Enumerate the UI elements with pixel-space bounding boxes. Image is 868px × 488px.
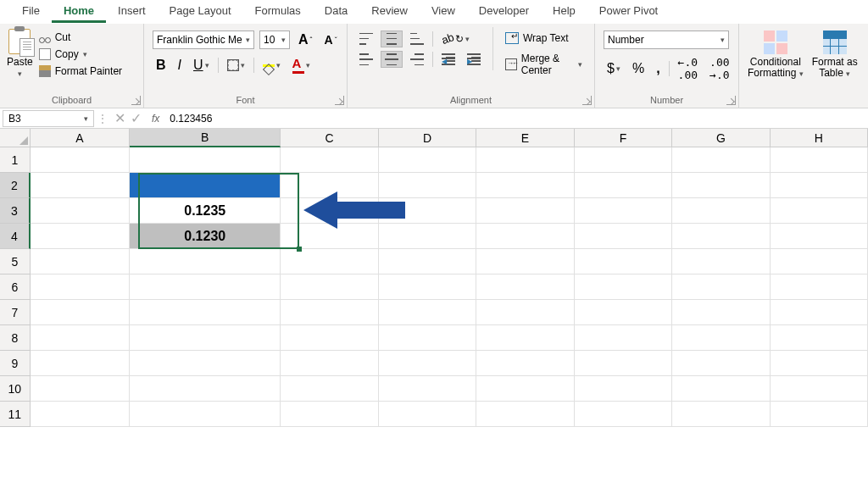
cell-D9[interactable] xyxy=(379,351,476,376)
cell-A8[interactable] xyxy=(31,325,130,351)
col-header-C[interactable]: C xyxy=(281,129,378,147)
cell-A7[interactable] xyxy=(31,300,130,325)
chevron-down-icon[interactable]: ▾ xyxy=(83,50,87,58)
bold-button[interactable]: B xyxy=(153,56,170,75)
cell-A9[interactable] xyxy=(31,351,130,376)
cell-G11[interactable] xyxy=(672,402,770,427)
tab-help[interactable]: Help xyxy=(541,0,587,23)
merge-center-button[interactable]: Merge & Center▾ xyxy=(502,51,586,78)
cell-C9[interactable] xyxy=(281,351,378,376)
tab-review[interactable]: Review xyxy=(359,0,420,23)
row-header-1[interactable]: 1 xyxy=(0,147,31,173)
cell-F7[interactable] xyxy=(575,300,672,325)
cancel-icon[interactable]: ✕ xyxy=(114,110,125,126)
font-size-combo[interactable]: 10▾ xyxy=(259,30,290,49)
cell-H10[interactable] xyxy=(771,376,868,402)
cell-B6[interactable] xyxy=(130,274,281,300)
cell-B8[interactable] xyxy=(130,325,281,351)
cell-F5[interactable] xyxy=(575,249,672,274)
align-bottom-button[interactable] xyxy=(407,31,427,47)
cell-A10[interactable] xyxy=(31,376,130,402)
cell-G9[interactable] xyxy=(672,351,770,376)
chevron-down-icon[interactable]: ▾ xyxy=(241,61,245,69)
accounting-format-button[interactable]: $▾ xyxy=(604,59,624,78)
fx-icon[interactable]: fx xyxy=(145,113,166,125)
font-color-button[interactable]: A▾ xyxy=(289,54,314,75)
col-header-E[interactable]: E xyxy=(476,129,574,147)
cell-H4[interactable] xyxy=(771,224,868,249)
copy-button[interactable]: Copy▾ xyxy=(36,47,125,61)
orientation-button[interactable]: ab↻▾ xyxy=(438,30,473,47)
tab-formulas[interactable]: Formulas xyxy=(243,0,313,23)
cell-B5[interactable] xyxy=(130,249,281,274)
cell-C8[interactable] xyxy=(281,325,378,351)
cell-D7[interactable] xyxy=(379,300,476,325)
cell-B4[interactable]: 0.1230 xyxy=(130,224,281,249)
cell-F10[interactable] xyxy=(575,376,672,402)
cell-F3[interactable] xyxy=(575,198,672,224)
cell-D11[interactable] xyxy=(379,402,476,427)
row-header-9[interactable]: 9 xyxy=(0,351,31,376)
row-header-7[interactable]: 7 xyxy=(0,300,31,325)
cell-A5[interactable] xyxy=(31,249,130,274)
col-header-G[interactable]: G xyxy=(672,129,770,147)
cell-G3[interactable] xyxy=(672,198,770,224)
cell-F6[interactable] xyxy=(575,274,672,300)
font-name-combo[interactable]: Franklin Gothic Me▾ xyxy=(153,30,254,49)
formula-value[interactable]: 0.123456 xyxy=(166,113,215,125)
cell-E7[interactable] xyxy=(476,300,574,325)
tab-developer[interactable]: Developer xyxy=(467,0,541,23)
tab-file[interactable]: File xyxy=(10,0,52,23)
chevron-down-icon[interactable]: ▾ xyxy=(276,61,281,69)
borders-button[interactable]: ▾ xyxy=(224,58,248,73)
cell-G6[interactable] xyxy=(672,274,770,300)
cell-A4[interactable] xyxy=(31,224,130,249)
chevron-down-icon[interactable]: ▾ xyxy=(465,35,470,43)
tab-view[interactable]: View xyxy=(420,0,467,23)
cell-F8[interactable] xyxy=(575,325,672,351)
dialog-launcher-icon[interactable] xyxy=(582,96,592,105)
conditional-formatting-button[interactable]: ConditionalFormatting ▾ xyxy=(748,30,804,79)
cell-C11[interactable] xyxy=(281,402,378,427)
cell-B2[interactable] xyxy=(130,173,281,198)
tab-page-layout[interactable]: Page Layout xyxy=(158,0,243,23)
cell-H8[interactable] xyxy=(771,325,868,351)
row-header-6[interactable]: 6 xyxy=(0,274,31,300)
cell-E11[interactable] xyxy=(476,402,574,427)
cell-D6[interactable] xyxy=(379,274,476,300)
cell-A11[interactable] xyxy=(31,402,130,427)
col-header-A[interactable]: A xyxy=(31,129,130,147)
cell-B11[interactable] xyxy=(130,402,281,427)
italic-button[interactable]: I xyxy=(175,56,185,75)
align-left-button[interactable] xyxy=(356,52,376,67)
row-header-5[interactable]: 5 xyxy=(0,249,31,274)
cell-C1[interactable] xyxy=(281,147,378,173)
cell-G1[interactable] xyxy=(672,147,770,173)
cell-A3[interactable] xyxy=(31,198,130,224)
row-header-8[interactable]: 8 xyxy=(0,325,31,351)
cell-C5[interactable] xyxy=(281,249,378,274)
tab-data[interactable]: Data xyxy=(313,0,359,23)
cell-E4[interactable] xyxy=(476,224,574,249)
cell-F9[interactable] xyxy=(575,351,672,376)
col-header-H[interactable]: H xyxy=(771,129,868,147)
cell-H11[interactable] xyxy=(771,402,868,427)
dialog-launcher-icon[interactable] xyxy=(131,96,141,105)
paste-button[interactable]: Paste ▾ xyxy=(7,29,33,78)
tab-power-pivot[interactable]: Power Pivot xyxy=(587,0,670,23)
wrap-text-button[interactable]: Wrap Text xyxy=(502,30,586,46)
cell-G10[interactable] xyxy=(672,376,770,402)
cell-F2[interactable] xyxy=(575,173,672,198)
cell-C6[interactable] xyxy=(281,274,378,300)
decrease-font-button[interactable]: Aˇ xyxy=(321,31,341,48)
name-box[interactable]: B3▾ xyxy=(3,110,94,127)
cell-D10[interactable] xyxy=(379,376,476,402)
chevron-down-icon[interactable]: ▾ xyxy=(18,69,22,78)
percent-button[interactable]: % xyxy=(629,59,648,78)
dialog-launcher-icon[interactable] xyxy=(335,96,344,105)
col-header-B[interactable]: B xyxy=(130,129,281,147)
cell-F11[interactable] xyxy=(575,402,672,427)
cell-H1[interactable] xyxy=(771,147,868,173)
cell-E3[interactable] xyxy=(476,198,574,224)
cell-H2[interactable] xyxy=(771,173,868,198)
